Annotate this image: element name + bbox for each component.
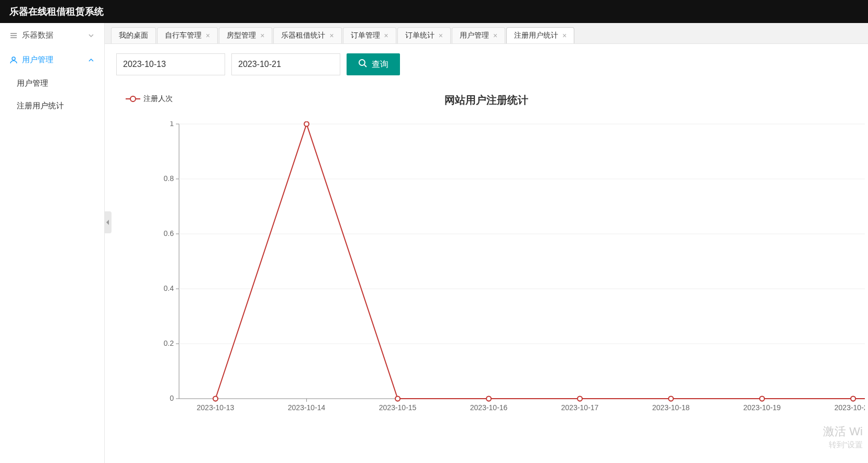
svg-marker-4 — [106, 220, 109, 225]
close-icon[interactable]: × — [384, 32, 388, 39]
chart-container: 注册人次 网站用户注册统计 00.20.40.60.812023-10-1320… — [116, 91, 856, 431]
chart-plot: 00.20.40.60.812023-10-132023-10-142023-1… — [158, 121, 865, 414]
svg-point-3 — [12, 57, 15, 60]
tab-label: 用户管理 — [460, 31, 489, 40]
query-button-label: 查询 — [372, 59, 388, 70]
date-start-input[interactable] — [116, 53, 225, 75]
tab[interactable]: 用户管理× — [452, 27, 505, 43]
legend-marker-icon — [126, 98, 140, 99]
user-icon — [9, 56, 18, 64]
search-icon — [358, 59, 368, 70]
tab-bar: 我的桌面自行车管理×房型管理×乐器租借统计×订单管理×订单统计×用户管理×注册用… — [105, 23, 868, 44]
sidebar-group-label: 乐器数据 — [22, 30, 53, 40]
chart-title: 网站用户注册统计 — [444, 93, 528, 107]
svg-point-49 — [851, 397, 855, 401]
tab-label: 注册用户统计 — [514, 31, 558, 40]
tab[interactable]: 订单管理× — [343, 27, 396, 43]
tab[interactable]: 订单统计× — [397, 27, 451, 43]
svg-point-42 — [213, 397, 218, 401]
tab[interactable]: 自行车管理× — [157, 27, 218, 43]
sidebar-group-label: 用户管理 — [22, 55, 53, 65]
svg-point-47 — [669, 397, 673, 401]
chart-legend[interactable]: 注册人次 — [126, 94, 173, 104]
svg-text:2023-10-20: 2023-10-20 — [834, 403, 865, 412]
svg-text:0.4: 0.4 — [164, 284, 174, 292]
svg-text:2023-10-18: 2023-10-18 — [652, 403, 690, 412]
app-title: 乐器在线租借租赁系统 — [9, 6, 104, 17]
tab[interactable]: 我的桌面 — [111, 27, 156, 43]
svg-text:0.8: 0.8 — [164, 174, 174, 183]
query-toolbar: 查询 — [116, 53, 856, 75]
app-header: 乐器在线租借租赁系统 — [0, 0, 868, 23]
tab-label: 乐器租借统计 — [281, 31, 325, 40]
date-end-input[interactable] — [231, 53, 340, 75]
tab-content: 查询 注册人次 网站用户注册统计 00.20.40.60.812023-10-1… — [105, 44, 868, 463]
close-icon[interactable]: × — [562, 32, 566, 39]
svg-text:0.2: 0.2 — [164, 339, 174, 347]
app-body: 乐器数据 用户管理 用户管理 注册用户统计 — [0, 23, 868, 463]
query-button[interactable]: 查询 — [347, 53, 400, 75]
list-icon — [9, 31, 18, 40]
svg-text:2023-10-13: 2023-10-13 — [197, 403, 235, 412]
sidebar-group-user-mgmt[interactable]: 用户管理 — [0, 48, 104, 72]
svg-point-46 — [577, 397, 582, 401]
sidebar-item-label: 注册用户统计 — [17, 101, 64, 110]
legend-label: 注册人次 — [143, 94, 173, 104]
svg-point-43 — [304, 122, 309, 127]
sidebar-collapse-handle[interactable] — [104, 211, 112, 233]
svg-point-45 — [486, 397, 491, 401]
svg-point-44 — [395, 397, 400, 401]
tab-label: 自行车管理 — [165, 31, 202, 40]
close-icon[interactable]: × — [329, 32, 333, 39]
chevron-up-icon — [87, 57, 95, 64]
svg-text:2023-10-19: 2023-10-19 — [743, 403, 781, 412]
close-icon[interactable]: × — [206, 32, 210, 39]
svg-text:2023-10-14: 2023-10-14 — [288, 403, 326, 412]
svg-text:0: 0 — [170, 394, 174, 402]
svg-text:1: 1 — [170, 121, 174, 128]
tab-label: 订单管理 — [351, 31, 380, 40]
close-icon[interactable]: × — [260, 32, 264, 39]
close-icon[interactable]: × — [493, 32, 497, 39]
tab[interactable]: 乐器租借统计× — [273, 27, 341, 43]
sidebar-group-instrument-data[interactable]: 乐器数据 — [0, 23, 104, 48]
tab-label: 订单统计 — [405, 31, 435, 40]
tab[interactable]: 房型管理× — [219, 27, 272, 43]
svg-text:2023-10-17: 2023-10-17 — [561, 403, 599, 412]
main-area: 我的桌面自行车管理×房型管理×乐器租借统计×订单管理×订单统计×用户管理×注册用… — [105, 23, 868, 463]
sidebar-item-user-mgmt[interactable]: 用户管理 — [0, 72, 104, 95]
sidebar: 乐器数据 用户管理 用户管理 注册用户统计 — [0, 23, 105, 463]
svg-text:2023-10-16: 2023-10-16 — [470, 403, 508, 412]
svg-point-5 — [359, 60, 365, 65]
svg-line-6 — [364, 65, 366, 67]
close-icon[interactable]: × — [439, 32, 443, 39]
tab-label: 我的桌面 — [119, 31, 148, 40]
chevron-down-icon — [87, 32, 95, 39]
svg-text:0.6: 0.6 — [164, 229, 174, 238]
sidebar-item-label: 用户管理 — [17, 78, 48, 87]
svg-text:2023-10-15: 2023-10-15 — [379, 403, 417, 412]
tab[interactable]: 注册用户统计× — [506, 27, 574, 43]
sidebar-item-register-stats[interactable]: 注册用户统计 — [0, 95, 104, 117]
tab-label: 房型管理 — [227, 31, 256, 40]
svg-point-48 — [760, 397, 764, 401]
